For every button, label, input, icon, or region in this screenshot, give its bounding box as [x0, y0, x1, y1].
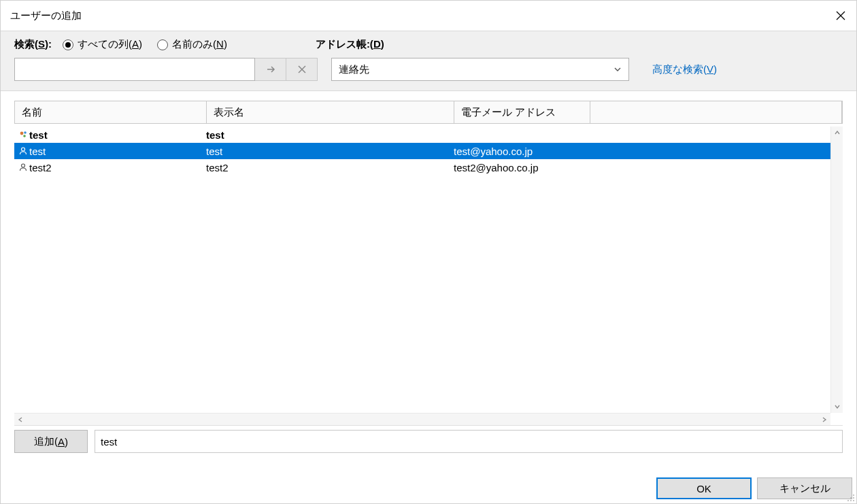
add-user-dialog: ユーザーの追加 検索(S): すべての列(A) 名前のみ(N) — [0, 0, 857, 504]
cell-name: test — [29, 146, 206, 157]
add-button[interactable]: 追加(A) — [14, 430, 88, 453]
scroll-right-icon — [818, 414, 830, 425]
cell-display: test — [206, 146, 454, 157]
radio-name-only[interactable]: 名前のみ(N) — [157, 38, 227, 51]
scroll-up-icon — [831, 127, 843, 139]
header-name[interactable]: 名前 — [15, 101, 207, 123]
cell-display: test2 — [206, 162, 454, 173]
search-label: 検索(S): — [14, 38, 52, 51]
radio-dot-icon — [157, 39, 168, 50]
advanced-search-link[interactable]: 高度な検索(V) — [652, 63, 717, 76]
cell-display: test — [206, 129, 454, 141]
svg-point-4 — [20, 132, 24, 135]
svg-point-5 — [24, 131, 27, 134]
list-item[interactable]: test2 test2 test2@yahoo.co.jp — [14, 159, 830, 175]
header-blank — [590, 101, 842, 123]
add-recipients-input[interactable] — [95, 430, 843, 453]
svg-point-10 — [850, 497, 852, 499]
arrow-right-icon — [266, 65, 275, 74]
svg-point-13 — [850, 500, 852, 501]
contact-list: test test test test test@yahoo.co.jp — [14, 127, 843, 426]
addressbook-select[interactable]: 連絡先 — [331, 58, 629, 81]
svg-point-9 — [853, 494, 854, 496]
chevron-down-icon — [614, 64, 622, 75]
search-go-button[interactable] — [255, 58, 286, 81]
scroll-down-icon — [831, 401, 843, 413]
titlebar: ユーザーの追加 — [1, 1, 856, 31]
cell-email: test2@yahoo.co.jp — [454, 162, 830, 173]
add-row: 追加(A) — [14, 430, 843, 453]
vertical-scrollbar[interactable] — [830, 127, 843, 413]
scroll-left-icon — [14, 414, 27, 425]
radio-name-label: 名前のみ(N) — [172, 38, 227, 51]
person-icon — [14, 163, 29, 172]
addressbook-label: アドレス帳:(D) — [316, 38, 384, 51]
radio-all-columns[interactable]: すべての列(A) — [63, 38, 142, 51]
cancel-button[interactable]: キャンセル — [757, 477, 852, 499]
controls-bar: 検索(S): すべての列(A) 名前のみ(N) アドレス帳:(D) — [1, 31, 856, 91]
group-icon — [14, 130, 29, 139]
dialog-footer: OK キャンセル — [1, 471, 856, 503]
radio-dot-icon — [63, 39, 73, 50]
close-icon — [836, 11, 845, 20]
horizontal-scrollbar[interactable] — [14, 413, 830, 425]
column-headers: 名前 表示名 電子メール アドレス — [14, 101, 843, 124]
resize-grip-icon[interactable] — [845, 492, 855, 502]
list-group-row[interactable]: test test — [14, 127, 830, 143]
svg-point-6 — [23, 135, 26, 137]
search-clear-button[interactable] — [286, 58, 318, 81]
svg-point-14 — [853, 500, 854, 501]
addressbook-selected: 連絡先 — [339, 63, 369, 76]
window-title: ユーザーの追加 — [10, 10, 82, 22]
header-display[interactable]: 表示名 — [207, 101, 454, 123]
cell-email: test@yahoo.co.jp — [454, 146, 830, 157]
close-button[interactable] — [825, 1, 856, 31]
svg-point-11 — [853, 497, 854, 499]
svg-point-12 — [847, 500, 849, 501]
person-icon — [14, 146, 29, 156]
cell-name: test — [29, 129, 206, 141]
header-email[interactable]: 電子メール アドレス — [454, 101, 590, 123]
search-input[interactable] — [14, 58, 255, 81]
svg-point-7 — [22, 148, 25, 151]
ok-button[interactable]: OK — [656, 477, 752, 499]
x-icon — [298, 65, 306, 73]
radio-all-label: すべての列(A) — [78, 38, 142, 51]
list-item[interactable]: test test test@yahoo.co.jp — [14, 143, 830, 159]
cell-name: test2 — [29, 162, 206, 173]
svg-point-8 — [22, 164, 25, 167]
